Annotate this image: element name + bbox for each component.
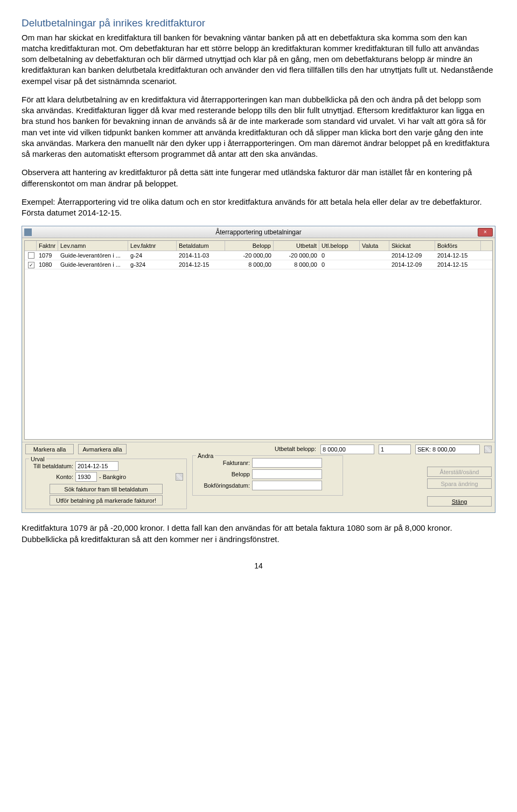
sek-field[interactable] <box>415 445 480 454</box>
row-checkbox[interactable]: ✓ <box>28 262 34 268</box>
cell: 2014-12-09 <box>389 251 435 260</box>
cell: 2014-12-15 <box>435 251 481 260</box>
paragraph-2: För att klara delutbetalning av en kredi… <box>22 94 495 160</box>
table-row[interactable]: 1079 Guide-leverantören i ... g-24 2014-… <box>25 251 492 260</box>
col-bokfors[interactable]: Bokförs <box>435 241 481 251</box>
col-betaldatum[interactable]: Betaldatum <box>177 241 225 251</box>
window-title: Återrapportering utbetalningar <box>215 228 301 237</box>
col-belopp[interactable]: Belopp <box>225 241 274 251</box>
col-levnamn[interactable]: Lev.namn <box>58 241 128 251</box>
cell: 8 000,00 <box>225 260 274 269</box>
avmarkera-alla-button[interactable]: Avmarkera alla <box>78 444 127 454</box>
till-betaldatum-field[interactable] <box>75 461 118 471</box>
urval-fieldset: Urval Till betaldatum: Konto: - Bankgiro… <box>25 459 187 509</box>
cell: 0 <box>319 251 360 260</box>
utfor-button[interactable]: Utför betalning på markerade fakturor! <box>50 495 163 505</box>
col-utbetalt[interactable]: Utbetalt <box>274 241 319 251</box>
count-field[interactable] <box>379 445 411 454</box>
page-number: 14 <box>22 561 495 571</box>
cell: -20 000,00 <box>274 251 319 260</box>
heading: Delutbetalningar på inrikes kreditfaktur… <box>22 16 495 30</box>
bottom-panel: Markera alla Avmarkera alla Utbetalt bel… <box>22 442 495 512</box>
paragraph-4: Exempel: Återrapportering vid tre olika … <box>22 197 495 219</box>
belopp-label: Belopp <box>196 470 250 478</box>
bankgiro-label: - Bankgiro <box>99 473 126 481</box>
window-icon <box>24 228 32 236</box>
cell: g-324 <box>128 260 177 269</box>
cell: 1080 <box>37 260 58 269</box>
markera-alla-button[interactable]: Markera alla <box>25 444 74 454</box>
col-valuta[interactable]: Valuta <box>360 241 389 251</box>
col-check <box>25 241 37 251</box>
cell <box>360 260 389 269</box>
utbetalt-belopp-label: Utbetalt belopp: <box>275 445 316 453</box>
bokforingsdatum-field[interactable] <box>252 481 322 490</box>
spara-button[interactable]: Spara ändring <box>427 478 492 489</box>
cell <box>360 251 389 260</box>
col-utlbelopp[interactable]: Utl.belopp <box>319 241 360 251</box>
dialog-window: Återrapportering utbetalningar × Faktnr … <box>22 226 495 513</box>
table-row[interactable]: ✓ 1080 Guide-leverantören i ... g-324 20… <box>25 260 492 269</box>
sok-button[interactable]: Sök fakturor fram till betaldatum <box>50 484 163 494</box>
utbetalt-belopp-field[interactable] <box>320 445 374 454</box>
konto-field[interactable] <box>75 472 97 482</box>
bokforingsdatum-label: Bokföringsdatum: <box>196 482 250 490</box>
close-button[interactable]: × <box>478 228 493 237</box>
cell: Guide-leverantören i ... <box>58 251 128 260</box>
urval-label: Urval <box>29 455 46 463</box>
caption: Kreditfaktura 1079 är på -20,000 kronor.… <box>22 523 495 545</box>
paragraph-3: Observera att hantering av kreditfakturo… <box>22 167 495 189</box>
cell: 2014-12-15 <box>435 260 481 269</box>
col-faktnr[interactable]: Faktnr <box>37 241 58 251</box>
belopp-field[interactable] <box>252 469 322 479</box>
right-buttons: Återställ/osänd Spara ändring Stäng <box>427 455 492 506</box>
cell: g-24 <box>128 251 177 260</box>
cell: 2014-12-09 <box>389 260 435 269</box>
cell: Guide-leverantören i ... <box>58 260 128 269</box>
konto-label: Konto: <box>29 473 73 481</box>
cell: 2014-11-03 <box>177 251 225 260</box>
titlebar: Återrapportering utbetalningar × <box>22 226 495 238</box>
col-levfaktnr[interactable]: Lev.faktnr <box>128 241 177 251</box>
paragraph-1: Om man har skickat en kreditfaktura till… <box>22 32 495 87</box>
stang-button[interactable]: Stäng <box>427 496 492 506</box>
cell: 8 000,00 <box>274 260 319 269</box>
col-skickat[interactable]: Skickat <box>389 241 435 251</box>
data-grid[interactable]: Faktnr Lev.namn Lev.faktnr Betaldatum Be… <box>24 240 493 440</box>
aterstall-button[interactable]: Återställ/osänd <box>427 467 492 477</box>
cell: 2014-12-15 <box>177 260 225 269</box>
andra-label: Ändra <box>196 452 215 460</box>
cell: 1079 <box>37 251 58 260</box>
cell: -20 000,00 <box>225 251 274 260</box>
hash-icon <box>484 446 492 453</box>
fakturanr-field[interactable] <box>252 458 322 468</box>
andra-fieldset: Ändra Fakturanr: Belopp Bokföringsdatum: <box>192 455 343 496</box>
grid-header: Faktnr Lev.namn Lev.faktnr Betaldatum Be… <box>25 241 492 251</box>
cell: 0 <box>319 260 360 269</box>
hash-icon <box>176 473 183 481</box>
row-checkbox[interactable] <box>28 252 34 259</box>
